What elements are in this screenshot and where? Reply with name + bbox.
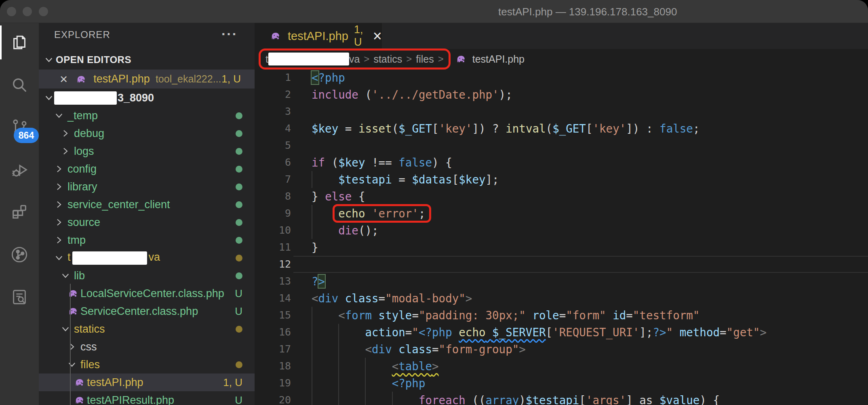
sidebar-more-actions-button[interactable]: ···	[221, 26, 238, 42]
tree-item-label: statics	[74, 323, 105, 335]
tree-item-debug[interactable]: debug	[39, 124, 255, 142]
activity-bar-item-source-control[interactable]: 864	[0, 108, 39, 146]
git-status-badge: U	[235, 394, 242, 405]
line-number: 9	[255, 205, 291, 222]
tree-item-source[interactable]: source	[39, 213, 255, 231]
window-minimize-button[interactable]	[23, 7, 32, 16]
workspace-root-folder[interactable]: 3_8090	[39, 89, 255, 107]
git-status-dot	[236, 237, 242, 244]
window-close-button[interactable]	[7, 7, 16, 16]
php-file-icon	[67, 305, 80, 317]
code-line-14[interactable]: 14<div class="modal-body">	[255, 290, 868, 307]
breadcrumb-folder-statics[interactable]: statics	[373, 53, 402, 65]
breadcrumb-folder[interactable]: t	[265, 53, 268, 65]
activity-bar-item-run-and-debug[interactable]	[0, 150, 39, 189]
line-number: 7	[255, 171, 291, 188]
chevron-right-icon	[60, 146, 74, 156]
code-line-9[interactable]: 9 echo 'error';	[255, 205, 868, 222]
activity-bar-item-search[interactable]	[0, 65, 39, 104]
chevron-right-icon	[54, 217, 67, 228]
code-line-4[interactable]: 4$key = isset($_GET['key']) ? intval($_G…	[255, 120, 868, 137]
line-number: 8	[255, 188, 291, 205]
tree-item-localservicecenter-class-php[interactable]: LocalServiceCenter.class.phpU	[39, 285, 255, 302]
activity-bar-item-search-editor[interactable]	[0, 278, 39, 316]
annotation-red-box: t va > statics > files >	[259, 49, 451, 70]
code-line-1[interactable]: 1<?php	[255, 69, 868, 86]
root-folder-label: 3_8090	[118, 92, 154, 104]
tree-item-testapi-php[interactable]: testAPI.php1, U	[39, 373, 255, 391]
tree-item-va[interactable]: tva	[39, 249, 255, 267]
tree-item-servicecenter-class-php[interactable]: ServiceCenter.class.phpU	[39, 302, 255, 320]
activity-bar-item-git-graph[interactable]	[0, 235, 39, 274]
line-number: 12	[255, 256, 291, 273]
tree-item-label: source	[67, 216, 100, 229]
code-line-5[interactable]: 5	[255, 137, 868, 154]
sidebar-title: EXPLORER	[54, 29, 110, 40]
tree-item-config[interactable]: config	[39, 160, 255, 178]
active-indicator	[0, 25, 2, 59]
tree-item-logs[interactable]: logs	[39, 142, 255, 160]
code-line-19[interactable]: 19 <?php	[255, 375, 868, 392]
code-line-12[interactable]: 12	[255, 256, 868, 273]
line-number: 15	[255, 307, 291, 324]
code-line-20[interactable]: 20 foreach ((array)$testapi['args'] as $…	[255, 392, 868, 405]
code-line-11[interactable]: 11}	[255, 239, 868, 256]
open-editor-item-testapi[interactable]: × testAPI.php tool_ekal222... 1, U	[39, 70, 255, 89]
git-status-dot	[236, 361, 242, 368]
tree-item-label: lib	[74, 270, 85, 282]
code-area[interactable]: 1<?php2include ('../../getDate.php');34$…	[255, 69, 868, 405]
tree-item--temp[interactable]: _temp	[39, 107, 255, 124]
code-line-8[interactable]: 8} else {	[255, 188, 868, 205]
open-editors-section-header[interactable]: OPEN EDITORS	[39, 51, 255, 69]
tree-item-label: testAPI.php	[87, 376, 143, 389]
open-editors-label: OPEN EDITORS	[56, 54, 131, 65]
breadcrumb-folder-files[interactable]: files	[416, 53, 434, 65]
chevron-right-icon	[67, 342, 80, 352]
code-line-13[interactable]: 13?>	[255, 273, 868, 290]
code-line-18[interactable]: 18 <table>	[255, 358, 868, 375]
code-line-6[interactable]: 6if ($key !== false) {	[255, 154, 868, 171]
line-number: 20	[255, 392, 291, 405]
annotation-red-box: echo 'error';	[333, 204, 431, 223]
breadcrumb-file[interactable]: testAPI.php	[472, 53, 525, 65]
code-line-17[interactable]: 17 <div class="form-group">	[255, 341, 868, 358]
tab-close-icon[interactable]: ×	[373, 29, 382, 43]
chevron-right-icon	[54, 181, 67, 192]
tree-item-label: testAPIResult.php	[87, 394, 174, 405]
tree-item-css[interactable]: css	[39, 338, 255, 356]
code-line-16[interactable]: 16 action="<?php echo $_SERVER['REQUEST_…	[255, 324, 868, 341]
tab-modified-badge: 1, U	[354, 23, 363, 49]
indent-guide	[70, 284, 71, 405]
php-file-icon	[75, 73, 88, 85]
chevron-separator-icon: >	[438, 53, 444, 65]
code-line-15[interactable]: 15 <form style="padding: 30px;" role="fo…	[255, 307, 868, 324]
php-file-icon	[67, 287, 80, 300]
tab-testapi[interactable]: testAPI.php 1, U ×	[255, 23, 382, 49]
tree-item-service-center-client[interactable]: service_center_client	[39, 196, 255, 213]
explorer-sidebar: EXPLORER ··· OPEN EDITORS × testAPI.php …	[39, 23, 255, 405]
tree-item-label: _temp	[67, 110, 98, 122]
close-icon[interactable]: ×	[60, 73, 67, 85]
file-tree: _tempdebuglogsconfiglibraryservice_cente…	[39, 107, 255, 405]
redaction-box	[268, 53, 349, 65]
php-file-icon	[73, 394, 87, 405]
code-line-7[interactable]: 7 $testapi = $datas[$key];	[255, 171, 868, 188]
tree-item-lib[interactable]: lib	[39, 267, 255, 285]
git-status-badge: U	[235, 305, 242, 318]
code-line-10[interactable]: 10 die();	[255, 222, 868, 239]
tree-item-label: logs	[74, 145, 94, 158]
code-line-2[interactable]: 2include ('../../getDate.php');	[255, 86, 868, 103]
chevron-right-icon	[60, 128, 74, 139]
breadcrumb-folder[interactable]: va	[349, 53, 360, 65]
git-status-dot	[236, 112, 242, 119]
window-zoom-button[interactable]	[39, 7, 48, 16]
tree-item-library[interactable]: library	[39, 178, 255, 196]
activity-bar-item-explorer[interactable]	[0, 23, 39, 62]
line-number: 18	[255, 358, 291, 375]
tree-item-testapiresult-php[interactable]: testAPIResult.phpU	[39, 391, 255, 405]
tree-item-tmp[interactable]: tmp	[39, 231, 255, 249]
activity-bar-item-extensions[interactable]	[0, 192, 39, 231]
tree-item-statics[interactable]: statics	[39, 320, 255, 338]
code-line-3[interactable]: 3	[255, 103, 868, 120]
tree-item-files[interactable]: files	[39, 356, 255, 373]
